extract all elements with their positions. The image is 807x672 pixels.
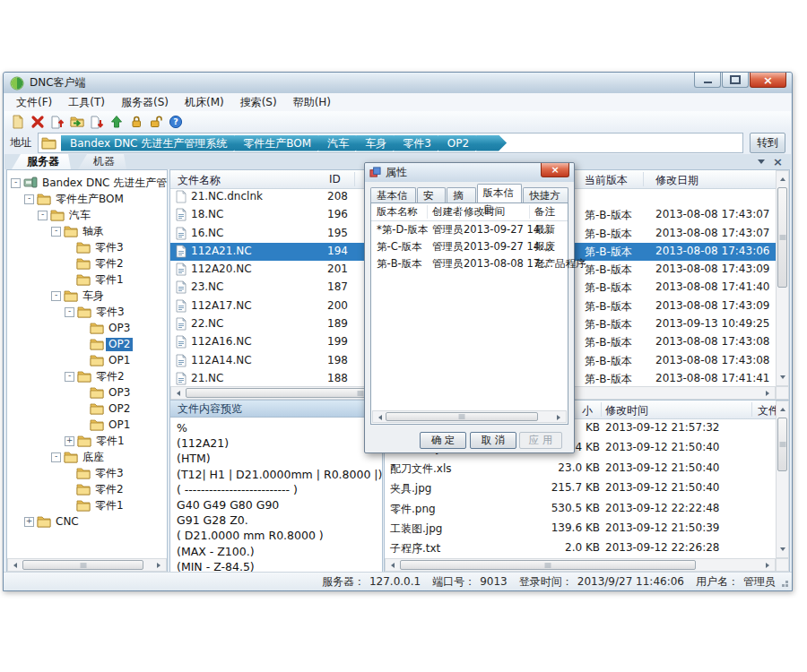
column-version-name[interactable]: 版本名称 (377, 205, 418, 219)
tree-item-零件1[interactable]: +零件1 (7, 433, 167, 449)
send-folder-icon[interactable] (68, 114, 85, 130)
attachment-row-夹具.jpg[interactable]: 夹具.jpg215.7 KB2013-09-12 21:50:40 (385, 478, 776, 498)
menu-item-6[interactable]: 帮助(H) (285, 93, 339, 112)
preview-title: 文件内容预览 (170, 401, 382, 418)
menu-item-3[interactable]: 服务器(S) (113, 93, 177, 112)
tree-item-零件2[interactable]: -零件2 (7, 368, 167, 384)
attachment-row-子程序.txt[interactable]: 子程序.txt2.0 KB2013-09-12 22:26:28 (385, 538, 776, 558)
attachment-name: 夹具.jpg (390, 481, 431, 496)
cancel-button[interactable]: 取 消 (470, 432, 516, 449)
menu-item-4[interactable]: 机床(M) (177, 93, 232, 112)
file-version: 第-B-版本 (585, 354, 632, 369)
unlock-icon[interactable] (147, 114, 164, 130)
tab-machine[interactable]: 机器 (78, 154, 126, 169)
dialog-title-bar[interactable]: 属性 × (365, 163, 574, 182)
delete-icon[interactable] (29, 114, 46, 130)
column-file-name[interactable]: 文件名称 (178, 173, 221, 188)
file-list-vscrollbar[interactable] (776, 170, 789, 386)
tree-item-OP1[interactable]: OP1 (7, 352, 167, 368)
checkout-icon[interactable] (88, 114, 105, 130)
upload-icon[interactable] (108, 114, 125, 130)
tree-hscrollbar[interactable] (7, 558, 167, 572)
tree-item-OP2[interactable]: OP2 (7, 336, 167, 352)
dialog-tab-4[interactable]: 版本信息 (477, 184, 523, 202)
tree-item-OP3[interactable]: OP3 (7, 320, 167, 336)
expand-toggle[interactable]: + (24, 517, 34, 527)
breadcrumb-segment-5[interactable]: 零件3 (394, 135, 446, 151)
tree-item-底座[interactable]: -底座 (7, 449, 167, 465)
tree-item-CNC[interactable]: +CNC (7, 513, 167, 530)
breadcrumb-segment-1[interactable]: Bandex DNC 先进生产管理系统 (61, 135, 241, 151)
close-view-icon[interactable]: × (773, 156, 783, 168)
minimize-button[interactable] (694, 73, 721, 88)
close-button[interactable]: × (750, 73, 786, 88)
tree-item-OP3[interactable]: OP3 (7, 384, 167, 401)
address-input[interactable]: Bandex DNC 先进生产管理系统零件生产BOM汽车车身零件3OP2 (38, 133, 743, 153)
breadcrumb-segment-2[interactable]: 零件生产BOM (234, 135, 325, 151)
tree-label: OP3 (106, 322, 133, 335)
column-modified-time[interactable]: 修改时间 (605, 403, 648, 418)
dialog-close-button[interactable]: × (541, 163, 569, 177)
collapse-toggle[interactable]: - (51, 227, 61, 237)
tree-item-轴承[interactable]: -轴承 (7, 223, 167, 239)
collapse-toggle[interactable]: - (51, 291, 61, 301)
maximize-button[interactable] (722, 73, 749, 88)
column-modified-date[interactable]: 修改日期 (655, 173, 699, 188)
title-bar[interactable]: DNC客户端 × (4, 73, 792, 93)
tree-item-OP1[interactable]: OP1 (7, 417, 167, 433)
version-row-3[interactable]: 第-B-版本管理员2013-08-08 17:...老产品程序 (371, 255, 568, 272)
menu-item-5[interactable]: 搜索(S) (232, 93, 285, 112)
tree-item-零件2[interactable]: 零件2 (7, 481, 167, 497)
tree-item-零件3[interactable]: -零件3 (7, 304, 167, 320)
attachment-row-工装图.jpg[interactable]: 工装图.jpg139.6 KB2013-09-12 21:50:39 (385, 519, 776, 538)
chevron-down-icon[interactable] (758, 159, 765, 168)
expand-toggle[interactable]: + (65, 436, 74, 446)
dialog-tab-3[interactable]: 摘要 (447, 187, 475, 202)
collapse-toggle[interactable]: - (11, 178, 21, 188)
attachment-vscrollbar[interactable] (776, 401, 789, 558)
tree-item-Bandex DNC 先进生产管理系统[interactable]: -Bandex DNC 先进生产管理系统 (7, 175, 167, 191)
checkin-icon[interactable] (48, 114, 65, 130)
column-current-version[interactable]: 当前版本 (585, 173, 628, 188)
tree-item-零件3[interactable]: 零件3 (7, 239, 167, 255)
collapse-toggle[interactable]: - (38, 211, 48, 220)
ok-button[interactable]: 确 定 (420, 432, 466, 449)
tree-label: CNC (53, 515, 82, 529)
version-row-2[interactable]: 第-C-版本管理员2013-09-27 14:...报废 (371, 238, 568, 255)
tree-item-车身[interactable]: -车身 (7, 288, 167, 304)
help-icon[interactable]: ? (167, 114, 184, 130)
column-id[interactable]: ID (329, 173, 341, 185)
collapse-toggle[interactable]: - (65, 372, 74, 382)
file-date: 2013-08-08 17:43:08 (655, 354, 769, 366)
column-note[interactable]: 备注 (534, 205, 555, 219)
collapse-toggle[interactable]: - (24, 194, 34, 204)
menu-item-1[interactable]: 文件(F) (8, 93, 60, 112)
version-row-1[interactable]: *第-D-版本管理员2013-09-27 14:...最新 (371, 221, 568, 238)
column-size[interactable]: 小 (582, 403, 593, 418)
collapse-toggle[interactable]: - (65, 307, 74, 317)
lock-icon[interactable] (127, 114, 144, 130)
tree-item-零件2[interactable]: 零件2 (7, 255, 167, 271)
attachment-row-零件.png[interactable]: 零件.png530.5 KB2013-09-12 22:22:48 (385, 499, 776, 519)
attachment-row-配刀文件.xls[interactable]: 配刀文件.xls23.0 KB2013-09-12 21:50:40 (385, 459, 776, 478)
nc-file-icon (175, 317, 187, 331)
tree-item-OP2[interactable]: OP2 (7, 401, 167, 417)
tree-item-零件生产BOM[interactable]: -零件生产BOM (7, 191, 167, 207)
tree-label: 零件3 (92, 241, 126, 254)
new-file-icon[interactable] (9, 114, 26, 130)
go-button[interactable]: 转到 (750, 133, 785, 153)
tree-item-零件1[interactable]: 零件1 (7, 271, 167, 288)
dialog-tab-5[interactable]: 快捷方式 (523, 187, 568, 202)
tree-item-零件1[interactable]: 零件1 (7, 497, 167, 513)
dialog-hscrollbar[interactable] (372, 410, 567, 423)
collapse-toggle[interactable]: - (51, 452, 61, 462)
menu-item-2[interactable]: 工具(T) (60, 93, 113, 112)
tree-item-汽车[interactable]: -汽车 (7, 207, 167, 223)
attachment-time: 2013-09-12 22:26:28 (605, 541, 719, 554)
dialog-tab-2[interactable]: 安全 (417, 187, 446, 202)
dialog-tab-1[interactable]: 基本信息 (370, 187, 416, 202)
tree-item-零件3[interactable]: 零件3 (7, 465, 167, 481)
resize-grip[interactable] (785, 584, 788, 587)
tab-server[interactable]: 服务器 (12, 154, 71, 169)
attachment-hscrollbar[interactable] (385, 558, 776, 572)
